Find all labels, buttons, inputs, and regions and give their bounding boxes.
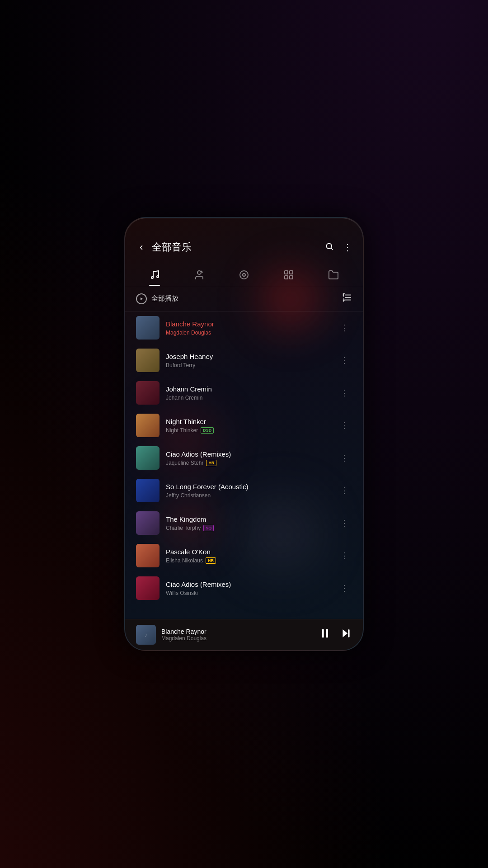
song-thumbnail <box>136 349 160 372</box>
song-artist-row: Jaqueline Stehr HR <box>166 460 330 466</box>
song-info: Blanche Raynor Magdalen Douglas <box>166 320 330 336</box>
tab-playlists[interactable] <box>276 266 301 286</box>
header-icons: ⋮ <box>325 242 352 253</box>
tab-folders[interactable] <box>321 266 346 286</box>
svg-marker-17 <box>343 629 347 637</box>
song-artist-row: Magdalen Douglas <box>166 330 330 336</box>
song-artist: Buford Terry <box>166 362 195 368</box>
list-item[interactable]: Night Thinker Night Thinker DSD ⋮ <box>125 409 363 442</box>
song-thumbnail <box>136 511 160 535</box>
song-artist-row: Buford Terry <box>166 362 330 368</box>
sort-icon[interactable] <box>342 292 352 305</box>
song-more-button[interactable]: ⋮ <box>337 516 352 530</box>
list-item[interactable]: Ciao Adios (Remixes) Willis Osinski ⋮ <box>125 572 363 604</box>
song-artist: Night Thinker <box>166 427 198 434</box>
quality-badge: HR <box>206 557 216 564</box>
play-all-button[interactable]: 全部播放 <box>136 293 178 304</box>
svg-line-1 <box>331 248 333 250</box>
song-thumbnail <box>136 576 160 600</box>
quality-badge: DSD <box>201 427 214 434</box>
back-button[interactable]: ‹ <box>136 240 146 255</box>
song-artist: Johann Cremin <box>166 395 202 401</box>
svg-point-4 <box>243 274 245 276</box>
song-info: Ciao Adios (Remixes) Willis Osinski <box>166 580 330 596</box>
now-playing-info: Blanche Raynor Magdalen Douglas <box>161 628 313 642</box>
tab-albums[interactable] <box>231 266 257 286</box>
svg-point-0 <box>326 243 332 249</box>
song-info: So Long Forever (Acoustic) Jeffry Christ… <box>166 483 330 499</box>
song-artist-row: Johann Cremin <box>166 395 330 401</box>
play-all-label: 全部播放 <box>151 294 178 303</box>
song-artist: Jeffry Christiansen <box>166 492 211 499</box>
song-artist-row: Elisha Nikolaus HR <box>166 557 330 564</box>
song-more-button[interactable]: ⋮ <box>337 581 352 595</box>
song-artist: Magdalen Douglas <box>166 330 211 336</box>
song-more-button[interactable]: ⋮ <box>337 451 352 465</box>
song-title: Blanche Raynor <box>166 320 330 328</box>
svg-point-3 <box>240 271 248 279</box>
more-menu-icon[interactable]: ⋮ <box>343 242 352 253</box>
song-artist-row: Charlie Torphy SQ <box>166 525 330 531</box>
tab-bar <box>125 262 363 286</box>
list-item[interactable]: So Long Forever (Acoustic) Jeffry Christ… <box>125 474 363 507</box>
list-item[interactable]: Blanche Raynor Magdalen Douglas ⋮ <box>125 311 363 344</box>
song-more-button[interactable]: ⋮ <box>337 549 352 562</box>
svg-point-2 <box>197 271 201 274</box>
song-more-button[interactable]: ⋮ <box>337 386 352 400</box>
svg-rect-16 <box>326 629 328 638</box>
quality-badge: HR <box>206 460 216 466</box>
now-playing-bar: ♪ Blanche Raynor Magdalen Douglas <box>125 619 363 650</box>
song-artist: Charlie Torphy <box>166 525 201 531</box>
song-list: Blanche Raynor Magdalen Douglas ⋮ Joseph… <box>125 311 363 619</box>
song-artist-row: Willis Osinski <box>166 590 330 596</box>
song-info: Night Thinker Night Thinker DSD <box>166 418 330 434</box>
song-title: Ciao Adios (Remixes) <box>166 450 330 458</box>
search-icon[interactable] <box>325 242 334 253</box>
now-playing-artist: Magdalen Douglas <box>161 635 313 642</box>
song-more-button[interactable]: ⋮ <box>337 321 352 335</box>
list-item[interactable]: Pascale O'Kon Elisha Nikolaus HR ⋮ <box>125 539 363 572</box>
svg-rect-8 <box>290 276 293 279</box>
song-artist: Jaqueline Stehr <box>166 460 203 466</box>
song-thumbnail <box>136 381 160 405</box>
song-title: Johann Cremin <box>166 385 330 393</box>
svg-rect-7 <box>285 276 288 279</box>
song-thumbnail <box>136 479 160 502</box>
list-item[interactable]: The Kingdom Charlie Torphy SQ ⋮ <box>125 507 363 539</box>
svg-marker-9 <box>141 297 143 300</box>
song-info: Ciao Adios (Remixes) Jaqueline Stehr HR <box>166 450 330 466</box>
song-artist-row: Jeffry Christiansen <box>166 492 330 499</box>
quality-badge: SQ <box>203 525 214 531</box>
play-all-bar: 全部播放 <box>125 286 363 311</box>
song-title: Joseph Heaney <box>166 353 330 360</box>
svg-rect-18 <box>348 629 349 637</box>
page-title: 全部音乐 <box>152 241 319 254</box>
song-title: Ciao Adios (Remixes) <box>166 580 330 588</box>
header: ‹ 全部音乐 ⋮ <box>125 218 363 262</box>
pause-button[interactable] <box>319 627 331 642</box>
song-artist: Willis Osinski <box>166 590 198 596</box>
list-item[interactable]: Joseph Heaney Buford Terry ⋮ <box>125 344 363 377</box>
tab-songs[interactable] <box>142 266 167 286</box>
next-button[interactable] <box>340 627 352 642</box>
song-more-button[interactable]: ⋮ <box>337 419 352 432</box>
song-more-button[interactable]: ⋮ <box>337 484 352 497</box>
song-info: The Kingdom Charlie Torphy SQ <box>166 515 330 531</box>
now-playing-thumb: ♪ <box>136 625 156 645</box>
song-thumbnail <box>136 316 160 340</box>
song-info: Joseph Heaney Buford Terry <box>166 353 330 368</box>
song-more-button[interactable]: ⋮ <box>337 354 352 367</box>
now-playing-title: Blanche Raynor <box>161 628 313 635</box>
song-artist-row: Night Thinker DSD <box>166 427 330 434</box>
song-thumbnail <box>136 414 160 437</box>
song-title: The Kingdom <box>166 515 330 523</box>
song-title: Pascale O'Kon <box>166 548 330 556</box>
list-item[interactable]: Johann Cremin Johann Cremin ⋮ <box>125 377 363 409</box>
tab-artists[interactable] <box>187 266 212 286</box>
song-title: Night Thinker <box>166 418 330 425</box>
playback-controls <box>319 627 352 642</box>
song-thumbnail <box>136 446 160 470</box>
list-item[interactable]: Ciao Adios (Remixes) Jaqueline Stehr HR … <box>125 442 363 474</box>
song-artist: Elisha Nikolaus <box>166 557 203 564</box>
song-info: Pascale O'Kon Elisha Nikolaus HR <box>166 548 330 564</box>
